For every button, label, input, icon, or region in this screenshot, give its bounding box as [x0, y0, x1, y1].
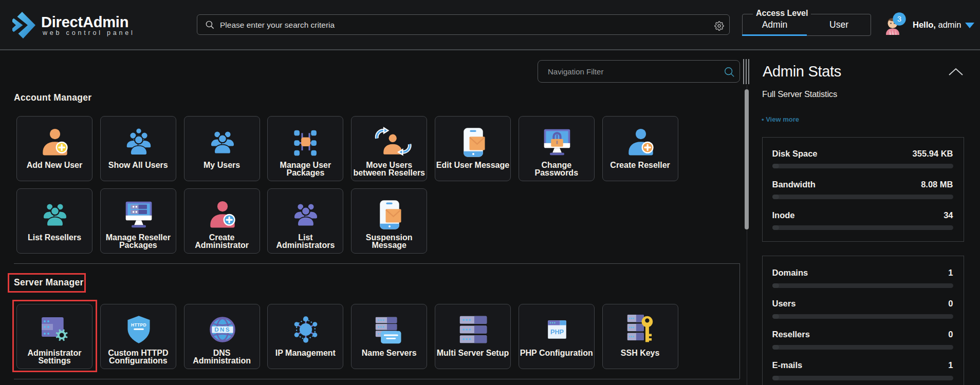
svg-text:DNS: DNS: [214, 326, 231, 333]
svg-text:3: 3: [897, 14, 901, 23]
svg-text:PHP: PHP: [550, 329, 564, 336]
svg-text:HTTPD: HTTPD: [131, 322, 146, 328]
